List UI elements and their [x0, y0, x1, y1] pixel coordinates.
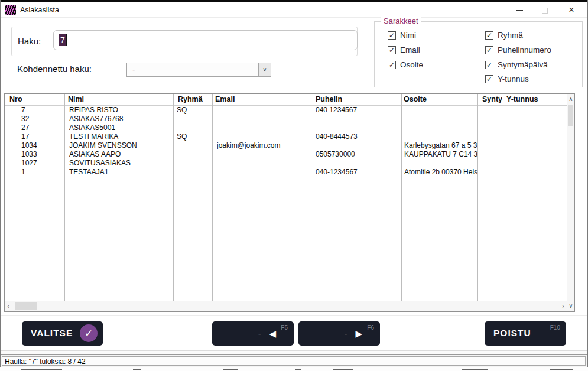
cell-syntym	[477, 123, 502, 132]
column-divider	[313, 94, 313, 301]
table-row[interactable]: 17 TESTI MARIKA SQ 040-8444573	[5, 132, 567, 141]
cell-syntym	[477, 106, 502, 115]
cell-nimi: TESTI MARIKA	[64, 132, 173, 141]
vertical-scrollbar-thumb[interactable]	[568, 105, 573, 126]
cell-nro: 7	[5, 106, 64, 115]
taskbar-sliver-mark	[133, 369, 141, 370]
table-row[interactable]: 1 TESTAAJA1 040-1234567 Atomitie 2b 0037…	[5, 168, 567, 177]
cell-syntym	[477, 159, 502, 168]
valitse-button[interactable]: VALITSE ✓	[22, 321, 103, 346]
poistu-label: POISTU	[493, 328, 531, 339]
cell-osoite	[401, 106, 477, 115]
table-header-cell[interactable]: Y-tunnus	[502, 94, 567, 105]
vertical-scrollbar[interactable]: ∧ ∨	[567, 94, 574, 311]
column-divider	[212, 94, 213, 301]
valitse-label: VALITSE	[31, 328, 73, 339]
checkbox-label: Puhelinnumero	[498, 45, 551, 54]
table-row[interactable]: 32 ASIAKAS776768	[5, 115, 567, 123]
close-button[interactable]: ×	[561, 2, 581, 18]
table-body: 7 REIPAS RISTO SQ 040 1234567 32 ASIAKAS…	[5, 106, 567, 177]
table-row[interactable]: 1034 JOAKIM SVENSSON joakim@joakim.com K…	[5, 141, 567, 150]
checkbox-label: Email	[400, 45, 420, 54]
cell-osoite	[401, 123, 477, 132]
scroll-left-icon[interactable]: ‹	[7, 302, 9, 311]
cell-osoite	[401, 115, 477, 123]
column-checkbox-item[interactable]: ✓Osoite	[388, 59, 423, 69]
table-header-cell[interactable]: Puhelin	[313, 94, 401, 105]
taskbar-sliver-mark	[21, 369, 62, 370]
maximize-button[interactable]	[535, 2, 555, 18]
column-checkbox-item[interactable]: ✓Ryhmä	[485, 30, 523, 39]
cell-nimi: ASIAKAS AAPO	[64, 150, 173, 159]
cell-email	[212, 150, 313, 159]
column-checkbox-item[interactable]: ✓Y-tunnus	[485, 73, 529, 83]
scroll-right-icon[interactable]: ›	[562, 302, 564, 311]
next-button[interactable]: F6 -▶	[298, 321, 380, 346]
table-row[interactable]: 7 REIPAS RISTO SQ 040 1234567	[5, 106, 567, 115]
table-header-row: Nro Nimi Ryhmä Email Puhelin Osoite Synt…	[5, 94, 567, 106]
column-checkbox-item[interactable]: ✓Puhelinnumero	[485, 44, 551, 54]
cell-ytunnus	[502, 141, 567, 150]
minimize-button[interactable]	[509, 2, 529, 18]
cell-osoite: Atomitie 2b 00370 Helsin	[401, 168, 477, 177]
left-arrow-icon: ◀	[269, 328, 276, 339]
cell-nro: 1027	[5, 159, 64, 168]
checkbox-icon: ✓	[485, 46, 493, 54]
cell-ryhma: SQ	[173, 132, 212, 141]
right-arrow-icon: ▶	[355, 328, 362, 339]
table-header-cell[interactable]: Syntym	[477, 94, 502, 105]
cell-nimi: JOAKIM SVENSSON	[64, 141, 173, 150]
cell-nimi: REIPAS RISTO	[64, 106, 173, 115]
scroll-up-icon[interactable]: ∧	[567, 95, 574, 103]
cell-email	[212, 115, 313, 123]
app-icon[interactable]	[5, 5, 16, 15]
horizontal-scrollbar-thumb[interactable]	[15, 302, 37, 310]
previous-button[interactable]: F5 -◀	[212, 321, 294, 346]
column-checkbox-item[interactable]: ✓Syntymäpäivä	[485, 59, 548, 69]
search-input[interactable]: 7	[53, 30, 358, 50]
next-dash-label: -	[345, 329, 347, 338]
targeted-search-dropdown[interactable]: - ∨	[126, 63, 271, 77]
table-header-cell[interactable]: Ryhmä	[173, 94, 212, 105]
checkbox-label: Syntymäpäivä	[498, 60, 548, 69]
next-button-content: -▶	[298, 321, 380, 346]
window-title: Asiakaslista	[20, 6, 59, 14]
poistu-button[interactable]: POISTU F10	[485, 321, 566, 346]
cell-ryhma	[173, 115, 212, 123]
cell-ytunnus	[502, 123, 567, 132]
scroll-down-icon[interactable]: ∨	[567, 302, 574, 310]
column-checkbox-item[interactable]: ✓Email	[388, 44, 420, 54]
cell-email	[212, 123, 313, 132]
poistu-fkey-label: F10	[550, 324, 560, 331]
table-content: Nro Nimi Ryhmä Email Puhelin Osoite Synt…	[5, 94, 567, 301]
column-divider	[173, 94, 174, 301]
cell-email	[212, 168, 313, 177]
cell-syntym	[477, 132, 502, 141]
cell-ryhma	[173, 168, 212, 177]
checkbox-icon: ✓	[388, 61, 396, 69]
table-row[interactable]: 1033 ASIAKAS AAPO 0505730000 KAUPPAKATU …	[5, 150, 567, 159]
previous-button-content: -◀	[212, 321, 294, 346]
dropdown-arrow-icon[interactable]: ∨	[258, 63, 271, 76]
cell-ytunnus	[502, 168, 567, 177]
column-divider	[477, 94, 478, 301]
column-divider	[64, 94, 65, 301]
taskbar-sliver-mark	[333, 369, 353, 370]
table-header-cell[interactable]: Nimi	[64, 94, 173, 105]
table-row[interactable]: 27 ASIAKAS5001	[5, 123, 567, 132]
taskbar-sliver-mark	[223, 369, 238, 370]
search-input-selected-text: 7	[59, 34, 67, 46]
horizontal-scrollbar[interactable]: ‹ ›	[5, 301, 567, 311]
title-bar: Asiakaslista ×	[1, 2, 587, 18]
table-header-cell[interactable]: Nro	[5, 94, 64, 105]
column-divider	[502, 94, 502, 301]
checkbox-icon: ✓	[485, 75, 493, 83]
column-checkbox-item[interactable]: ✓Nimi	[388, 30, 416, 39]
cell-puhelin	[313, 123, 401, 132]
taskbar-sliver-mark	[295, 369, 301, 370]
cell-syntym	[477, 115, 502, 123]
table-row[interactable]: 1027 SOVITUSASIAKAS	[5, 159, 567, 168]
table-header-cell[interactable]: Osoite	[401, 94, 477, 105]
table-header-cell[interactable]: Email	[212, 94, 313, 105]
cell-puhelin	[313, 159, 401, 168]
